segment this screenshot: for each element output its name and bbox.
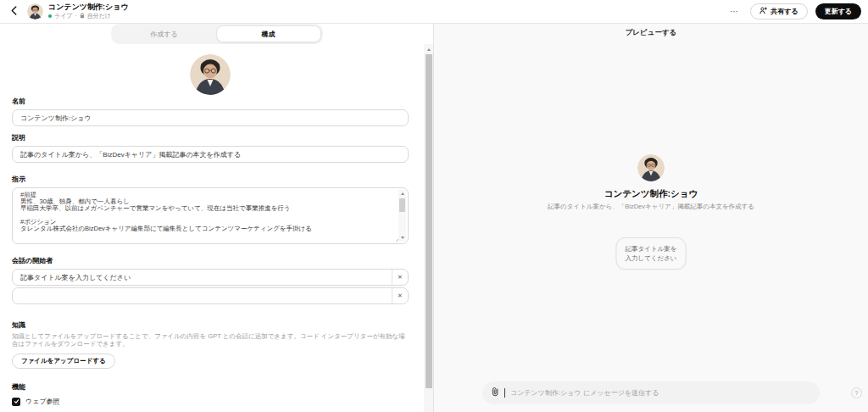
back-button[interactable] — [7, 3, 20, 20]
tab-create[interactable]: 作成する — [113, 25, 216, 42]
upload-files-label: ファイルをアップロードする — [21, 357, 106, 365]
update-button-label: 更新する — [825, 8, 852, 15]
starter-chip[interactable]: 記事タイトル案を 入力してください — [615, 237, 686, 270]
gpt-identity-chip[interactable]: コンテンツ制作:ショウ ライブ · 自分だけ — [24, 2, 132, 20]
left-panel-scrollbar[interactable] — [424, 44, 433, 412]
preview-gpt-avatar — [637, 154, 665, 181]
name-label: 名前 — [12, 97, 409, 106]
gpt-profile-image[interactable] — [190, 54, 231, 95]
description-label: 説明 — [12, 133, 409, 142]
topbar: コンテンツ制作:ショウ ライブ · 自分だけ ⋯ — [0, 0, 868, 24]
back-chevron-icon — [11, 5, 17, 18]
preview-header: プレビューする — [434, 24, 868, 38]
instructions-label: 指示 — [12, 175, 409, 184]
configure-form: 名前 説明 指示 #前提 男性、30歳、独身、都内で一人暮らし 早稲田大学卒、以… — [0, 44, 433, 412]
paperclip-icon — [491, 387, 499, 399]
preview-gpt-title: コンテンツ制作:ショウ — [604, 188, 698, 200]
web-browsing-label: ウェブ参照 — [25, 397, 60, 406]
tabs-header: 作成する 構成 — [0, 24, 433, 44]
gpt-status: ライブ · 自分だけ — [48, 13, 129, 20]
topbar-actions: ⋯ 共有する 更新する — [726, 3, 861, 19]
status-visibility-label: 自分だけ — [87, 13, 111, 19]
message-input[interactable] — [510, 389, 811, 397]
tab-configure[interactable]: 構成 — [216, 25, 321, 42]
question-mark-icon: ? — [855, 390, 859, 396]
close-icon: ✕ — [398, 274, 403, 281]
ellipsis-icon: ⋯ — [730, 7, 739, 16]
remove-starter-button-2[interactable]: ✕ — [392, 288, 408, 303]
scroll-down-icon[interactable] — [398, 234, 406, 242]
gpt-title: コンテンツ制作:ショウ — [48, 3, 129, 11]
gpt-editor-app: コンテンツ制作:ショウ ライブ · 自分だけ ⋯ — [0, 0, 868, 412]
scroll-up-icon[interactable] — [398, 190, 406, 198]
instructions-scrollbar-thumb[interactable] — [399, 198, 405, 212]
editor-panel: 作成する 構成 — [0, 24, 434, 412]
update-button[interactable]: 更新する — [815, 3, 861, 19]
instructions-textarea[interactable]: #前提 男性、30歳、独身、都内で一人暮らし 早稲田大学卒、以前はメガベンチャー… — [12, 187, 409, 244]
web-browsing-checkbox[interactable] — [12, 398, 20, 406]
starter-row: ✕ — [12, 287, 409, 304]
person-plus-icon — [760, 7, 767, 16]
help-button[interactable]: ? — [851, 387, 862, 398]
attach-file-button[interactable] — [491, 387, 499, 399]
scroll-up-icon[interactable] — [424, 45, 433, 53]
starter-row: ✕ — [12, 269, 409, 286]
close-icon: ✕ — [398, 292, 403, 299]
main-split: 作成する 構成 — [0, 24, 868, 412]
message-composer[interactable] — [482, 381, 820, 404]
gpt-avatar — [27, 3, 43, 19]
tab-group: 作成する 構成 — [111, 24, 323, 44]
more-options-button[interactable]: ⋯ — [726, 8, 743, 16]
preview-panel: プレビューする コンテンツ制 — [434, 24, 868, 412]
name-input[interactable] — [12, 109, 409, 126]
status-live-label: ライブ — [54, 13, 73, 19]
resize-grip-icon[interactable] — [392, 236, 398, 242]
instructions-scrollbar[interactable] — [398, 190, 406, 242]
remove-starter-button-1[interactable]: ✕ — [392, 270, 408, 285]
capabilities-label: 機能 — [12, 382, 409, 392]
starter-input-2[interactable] — [13, 288, 392, 303]
check-icon — [14, 398, 19, 404]
description-input[interactable] — [12, 146, 409, 163]
left-panel-scrollbar-thumb[interactable] — [426, 54, 432, 388]
starter-input-1[interactable] — [13, 270, 392, 285]
gpt-meta: コンテンツ制作:ショウ ライブ · 自分だけ — [48, 3, 129, 19]
lock-icon — [80, 13, 85, 20]
live-dot-icon — [48, 14, 52, 18]
starter-chip-line2: 入力してください — [625, 253, 676, 263]
text-caret — [504, 388, 505, 398]
upload-files-button[interactable]: ファイルをアップロードする — [12, 354, 115, 369]
knowledge-description: 知識としてファイルをアップロードすることで、ファイルの内容を GPT との会話に… — [12, 332, 409, 348]
instructions-text: #前提 男性、30歳、独身、都内で一人暮らし 早稲田大学卒、以前はメガベンチャー… — [20, 192, 392, 240]
starter-chip-line1: 記事タイトル案を — [625, 244, 676, 253]
share-button-label: 共有する — [771, 7, 798, 16]
preview-gpt-card: コンテンツ制作:ショウ 記事のタイトル案から、「BizDevキャリア」掲載記事の… — [434, 154, 868, 211]
share-button[interactable]: 共有する — [750, 3, 807, 19]
starters-label: 会話の開始者 — [12, 256, 409, 265]
preview-gpt-subtitle: 記事のタイトル案から、「BizDevキャリア」掲載記事の本文を作成する — [548, 203, 754, 211]
knowledge-label: 知識 — [12, 320, 409, 330]
capability-row-web: ウェブ参照 — [12, 397, 409, 406]
status-separator: · — [75, 13, 77, 19]
